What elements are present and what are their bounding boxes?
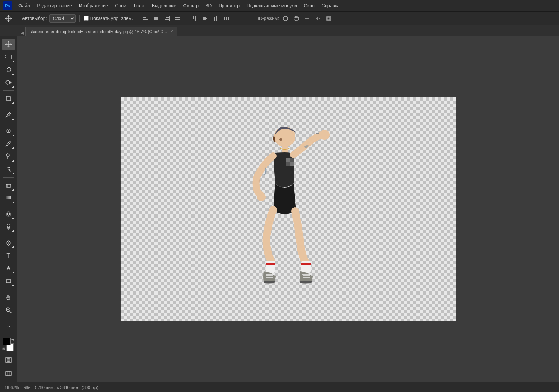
status-bar: 16,67% ◀ ▶ 5760 пикс. x 3840 пикс. (300 … — [0, 382, 559, 392]
align-stretch-btn[interactable] — [173, 14, 182, 23]
tab-scroll-left[interactable]: ◀ — [19, 30, 25, 36]
align-dist-btn[interactable] — [222, 14, 231, 23]
svg-rect-16 — [203, 18, 207, 19]
svg-rect-44 — [6, 371, 11, 376]
menu-3d[interactable]: 3D — [203, 2, 215, 10]
svg-rect-17 — [214, 17, 215, 21]
svg-point-32 — [6, 154, 9, 157]
svg-rect-18 — [216, 16, 217, 21]
3d-drag-btn[interactable] — [303, 14, 311, 23]
status-next-btn[interactable]: ▶ — [27, 385, 30, 389]
menu-filter[interactable]: Фильтр — [180, 2, 202, 10]
menu-window[interactable]: Окно — [301, 2, 318, 10]
zoom-level: 16,67% — [5, 385, 19, 390]
3d-scale-btn[interactable] — [324, 14, 333, 23]
clone-stamp-btn[interactable] — [2, 151, 15, 162]
menu-edit[interactable]: Редактирование — [34, 2, 75, 10]
move-tool-btn[interactable] — [2, 39, 15, 50]
quick-selection-btn[interactable] — [2, 77, 15, 89]
document-tab[interactable]: skateboarder-doing-trick-city-s-street-c… — [25, 27, 177, 36]
3d-slide-btn[interactable] — [314, 14, 322, 23]
svg-rect-39 — [6, 280, 11, 283]
swap-colors-icon[interactable]: ⇆ — [11, 338, 14, 342]
tool-sep-2 — [3, 107, 14, 107]
blur-btn[interactable] — [2, 208, 15, 220]
svg-rect-19 — [213, 21, 218, 21]
color-swatches[interactable]: ⇆ ⊡ — [2, 338, 15, 351]
svg-point-23 — [283, 16, 288, 21]
3d-roll-btn[interactable] — [292, 14, 300, 23]
align-right-btn[interactable] — [163, 14, 171, 23]
foreground-color-swatch[interactable] — [3, 338, 11, 345]
3d-mode-label: 3D-режим: — [256, 16, 279, 21]
options-sep-4 — [186, 15, 186, 22]
menu-select[interactable]: Выделение — [149, 2, 180, 10]
align-top-btn[interactable] — [190, 14, 198, 23]
tab-close-btn[interactable]: × — [171, 29, 173, 34]
tool-sep-8 — [3, 318, 14, 318]
type-btn[interactable]: T — [2, 250, 15, 261]
history-brush-btn[interactable] — [2, 163, 15, 175]
tool-sep-4 — [3, 177, 14, 178]
align-middle-btn[interactable] — [201, 14, 209, 23]
svg-rect-52 — [290, 162, 294, 166]
align-left-btn[interactable] — [141, 14, 149, 23]
dodge-btn[interactable] — [2, 221, 15, 233]
pen-btn[interactable] — [2, 237, 15, 249]
left-toolbar: T — [0, 36, 17, 382]
menu-layers[interactable]: Слои — [112, 2, 129, 10]
status-prev-btn[interactable]: ◀ — [24, 385, 27, 389]
menu-view[interactable]: Просмотр — [215, 2, 243, 10]
lasso-tool-btn[interactable] — [2, 64, 15, 76]
menu-image[interactable]: Изображение — [76, 2, 111, 10]
svg-point-46 — [279, 138, 282, 141]
tab-filename: skateboarder-doing-trick-city-s-street-c… — [30, 29, 168, 34]
svg-point-33 — [8, 169, 9, 169]
gradient-btn[interactable] — [2, 192, 15, 204]
svg-rect-55 — [316, 133, 319, 134]
3d-rotate-btn[interactable] — [281, 14, 290, 23]
crop-tool-btn[interactable] — [2, 93, 15, 105]
marquee-tool-btn[interactable] — [2, 51, 15, 63]
eyedropper-btn[interactable] — [2, 109, 15, 121]
shape-btn[interactable] — [2, 275, 15, 287]
eraser-btn[interactable] — [2, 179, 15, 191]
svg-point-31 — [6, 146, 7, 146]
menu-help[interactable]: Справка — [319, 2, 343, 10]
tool-sep-6 — [3, 235, 14, 235]
brush-tool-btn[interactable] — [2, 138, 15, 150]
autoselect-dropdown[interactable]: Слой Группу — [49, 14, 76, 23]
tab-bar: ◀ skateboarder-doing-trick-city-s-street… — [0, 25, 559, 36]
svg-rect-34 — [6, 184, 11, 187]
menu-plugins[interactable]: Подключаемые модули — [243, 2, 300, 10]
healing-brush-btn[interactable] — [2, 125, 15, 137]
svg-rect-12 — [195, 16, 196, 21]
align-bottom-btn[interactable] — [212, 14, 220, 23]
hand-btn[interactable] — [2, 291, 15, 303]
menu-text[interactable]: Текст — [130, 2, 148, 10]
more-options-btn[interactable]: ... — [239, 15, 245, 22]
canvas-area — [17, 36, 559, 382]
menu-file[interactable]: Файл — [15, 2, 33, 10]
image-dimensions: 5760 пикс. x 3840 пикс. (300 ppi) — [35, 385, 98, 390]
svg-rect-11 — [193, 16, 194, 19]
svg-rect-0 — [143, 17, 146, 18]
show-controls-checkbox[interactable]: Показать упр. элем. — [84, 16, 133, 21]
svg-rect-35 — [6, 196, 11, 199]
svg-rect-7 — [165, 19, 169, 20]
zoom-btn[interactable] — [2, 304, 15, 316]
show-controls-input[interactable] — [84, 16, 89, 21]
status-nav: ◀ ▶ — [24, 385, 30, 389]
svg-rect-21 — [226, 17, 227, 20]
tool-sep-9 — [3, 334, 14, 334]
default-colors-icon[interactable]: ⊡ — [2, 347, 5, 350]
align-center-h-btn[interactable] — [152, 14, 160, 23]
quick-mask-btn[interactable] — [2, 354, 15, 366]
svg-rect-8 — [169, 16, 170, 21]
move-icon-svg — [5, 15, 12, 22]
path-selection-btn[interactable] — [2, 262, 15, 274]
skater-figure — [229, 112, 337, 289]
screen-mode-btn[interactable] — [2, 368, 15, 380]
more-tools-btn[interactable]: ··· — [2, 320, 15, 332]
options-sep-2 — [79, 15, 80, 22]
